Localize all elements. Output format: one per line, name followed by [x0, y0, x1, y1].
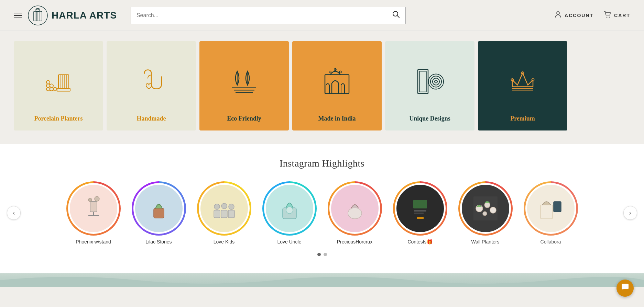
- category-card-eco-friendly[interactable]: Eco Friendly: [199, 41, 289, 130]
- svg-point-58: [214, 204, 220, 209]
- logo-link[interactable]: HARLA ARTS: [28, 5, 117, 26]
- svg-point-16: [50, 88, 53, 91]
- collabora-image: [527, 185, 575, 232]
- instagram-section: Instagram Highlights ‹: [0, 144, 644, 273]
- account-link[interactable]: ACCOUNT: [554, 11, 593, 20]
- love-kids-ring: [197, 181, 251, 236]
- precious-ring: [328, 181, 382, 236]
- hand-icon: [136, 67, 167, 99]
- svg-point-60: [229, 204, 234, 209]
- wall-planters-image: [462, 185, 509, 232]
- lilac-label: Lilac Stories: [145, 239, 172, 245]
- svg-rect-75: [554, 202, 561, 212]
- phoenix-ring-inner: [68, 183, 119, 234]
- made-in-india-label: Made in India: [318, 115, 356, 122]
- phoenix-image: [70, 185, 117, 232]
- svg-point-18: [46, 84, 50, 88]
- collabora-ring-inner: [525, 183, 576, 234]
- svg-point-52: [88, 198, 92, 202]
- contests-ring: [393, 181, 447, 236]
- category-card-made-in-india[interactable]: Made in India: [292, 41, 382, 130]
- svg-rect-65: [413, 200, 427, 208]
- highlight-item-lilac-stories[interactable]: Lilac Stories: [130, 181, 188, 245]
- highlight-item-precious-horcrux[interactable]: PreciousHorcrux: [326, 181, 384, 245]
- highlight-item-wall-planters[interactable]: Wall Planters: [456, 181, 515, 245]
- collabora-ring: [524, 181, 578, 236]
- svg-point-42: [433, 78, 439, 85]
- hamburger-menu[interactable]: [14, 13, 22, 18]
- highlight-item-phoenix[interactable]: Phoenix w/stand: [64, 181, 123, 245]
- category-card-unique-designs[interactable]: Unique Designs: [385, 41, 474, 130]
- svg-point-7: [36, 9, 37, 10]
- svg-rect-68: [417, 217, 424, 219]
- svg-point-20: [46, 81, 50, 84]
- carousel-prev-button[interactable]: ‹: [7, 206, 21, 220]
- contests-image: [396, 185, 444, 232]
- love-kids-image: [200, 185, 248, 232]
- svg-rect-76: [622, 284, 629, 287]
- account-icon: [554, 11, 562, 20]
- carousel-dots: [0, 253, 644, 256]
- highlight-item-collabora[interactable]: Collabora: [522, 181, 580, 245]
- precious-label: PreciousHorcrux: [337, 239, 372, 245]
- cart-link[interactable]: CART: [604, 11, 630, 20]
- chat-icon: [621, 283, 629, 287]
- svg-point-19: [50, 84, 53, 88]
- arch-icon: [320, 65, 354, 100]
- svg-point-43: [435, 80, 437, 83]
- cart-label: CART: [614, 13, 630, 18]
- category-card-handmade[interactable]: Handmade: [107, 41, 196, 130]
- highlight-item-love-kids[interactable]: Love Kids: [195, 181, 253, 245]
- carousel-next-button[interactable]: ›: [623, 206, 637, 220]
- highlight-item-contests[interactable]: Contests🎁: [391, 181, 449, 245]
- precious-image: [331, 185, 379, 232]
- wall-planters-ring: [458, 181, 513, 236]
- wall-planters-ring-inner: [460, 183, 511, 234]
- instagram-carousel: ‹: [0, 181, 644, 245]
- logo-text: HARLA ARTS: [52, 10, 117, 21]
- lilac-image: [135, 185, 183, 232]
- handmade-label: Handmade: [137, 115, 166, 122]
- header-left: HARLA ARTS: [14, 5, 117, 26]
- love-kids-label: Love Kids: [214, 239, 234, 245]
- contests-ring-inner: [395, 183, 446, 234]
- eco-friendly-label: Eco Friendly: [227, 115, 261, 122]
- account-label: ACCOUNT: [565, 13, 593, 18]
- svg-point-35: [329, 71, 331, 73]
- category-card-porcelain-planters[interactable]: Porcelain Planters: [14, 41, 103, 130]
- carousel-dot-2[interactable]: [324, 253, 327, 256]
- lilac-ring: [132, 181, 186, 236]
- search-button[interactable]: [392, 11, 400, 20]
- svg-point-37: [339, 71, 341, 73]
- highlight-item-love-uncle[interactable]: Love Uncle: [260, 181, 319, 245]
- svg-rect-56: [221, 210, 227, 218]
- svg-point-72: [490, 207, 496, 213]
- svg-point-71: [484, 202, 490, 208]
- contests-label: Contests🎁: [407, 239, 432, 245]
- svg-point-53: [95, 196, 99, 201]
- precious-ring-inner: [329, 183, 380, 234]
- unique-designs-label: Unique Designs: [409, 115, 450, 122]
- svg-point-41: [430, 76, 441, 87]
- love-uncle-image: [266, 185, 313, 232]
- svg-point-14: [609, 17, 610, 18]
- svg-point-13: [607, 17, 608, 18]
- lilac-ring-inner: [133, 183, 184, 234]
- svg-point-59: [221, 203, 227, 209]
- svg-rect-66: [414, 210, 426, 212]
- carousel-dot-1[interactable]: [317, 253, 321, 256]
- love-uncle-ring: [262, 181, 317, 236]
- leaf-icon: [227, 65, 261, 100]
- collabora-label: Collabora: [541, 239, 561, 245]
- header-right: ACCOUNT CART: [554, 11, 630, 20]
- planter-icon: [41, 65, 76, 100]
- fingerprint-icon: [413, 65, 447, 100]
- svg-point-9: [39, 9, 40, 10]
- category-card-premium[interactable]: Premium: [478, 41, 567, 130]
- search-input[interactable]: [137, 12, 392, 19]
- love-uncle-ring-inner: [264, 183, 315, 234]
- wall-planters-label: Wall Planters: [471, 239, 500, 245]
- svg-rect-67: [414, 213, 424, 214]
- svg-point-17: [53, 88, 57, 91]
- love-kids-ring-inner: [199, 183, 250, 234]
